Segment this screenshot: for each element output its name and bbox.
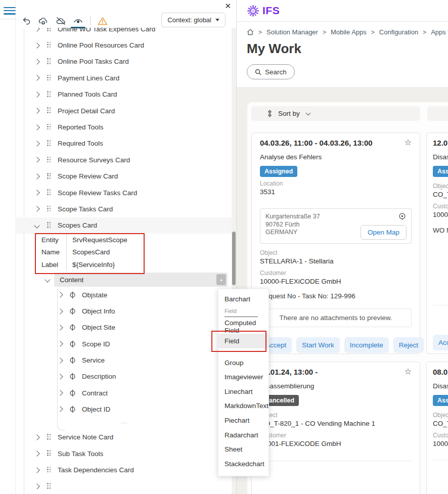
chevron-right-icon <box>34 451 39 457</box>
tree-item-label: Task Dependencies Card <box>58 466 134 474</box>
warning-icon[interactable] <box>98 17 108 25</box>
tree-item-label: Service Note Card <box>58 433 113 441</box>
menu-item-linechart[interactable]: Linechart <box>218 384 268 399</box>
object-value: CO_T- <box>433 191 448 198</box>
menu-item-imageviewer[interactable]: Imageviewer <box>218 370 268 384</box>
cloud-off-icon[interactable] <box>56 17 66 25</box>
tree-item-label: Online WO Task Expenses Card <box>58 28 155 33</box>
tree-item[interactable]: Reported Tools <box>15 119 233 135</box>
location-pin-icon[interactable] <box>398 212 407 221</box>
drag-handle-icon <box>47 140 52 147</box>
tree-item[interactable]: Scope Tasks Card <box>15 201 233 217</box>
content-child[interactable]: Object Info <box>15 303 233 320</box>
menu-item-markdowntext[interactable]: MarkdownText <box>218 399 268 414</box>
content-child[interactable]: Service <box>15 352 233 368</box>
content-overflow-ellipsis[interactable]: ··· <box>15 418 233 429</box>
tree-item-label: Scope Review Card <box>58 172 118 180</box>
customer-label: Customer <box>260 432 412 439</box>
field-icon <box>69 307 76 315</box>
chevron-right-icon <box>34 141 39 146</box>
scrollbar-thumb[interactable] <box>232 232 236 285</box>
tree-item[interactable]: Task Dependencies Card <box>15 462 233 478</box>
menu-item-computed-field[interactable]: Computed Field <box>218 320 268 334</box>
tree-item-label: Reported Tools <box>58 123 104 131</box>
chevron-right-icon <box>34 92 39 97</box>
tree-item[interactable]: Scope Review Tasks Card <box>15 185 233 201</box>
breadcrumb-item[interactable]: Configuration <box>379 28 418 36</box>
chevron-down-icon <box>34 222 39 228</box>
incomplete-button[interactable]: Incomplete <box>344 337 389 353</box>
search-button[interactable]: Search <box>247 64 295 79</box>
tree-item[interactable]: Payment Lines Card <box>15 70 233 86</box>
accept-button[interactable]: Accept <box>433 335 448 350</box>
tree-item[interactable]: Online Pool Tasks Card <box>15 54 233 70</box>
content-child-label: Object Site <box>82 324 115 331</box>
field-icon <box>69 291 76 299</box>
undo-icon[interactable] <box>22 17 31 25</box>
favorite-star-icon[interactable]: ☆ <box>405 368 412 376</box>
menu-item-sheet[interactable]: Sheet <box>218 442 268 457</box>
card-subtitle: Disassemblierung <box>433 153 448 161</box>
breadcrumb-item[interactable]: Solution Manager <box>266 28 318 36</box>
card-actions: Accept Start Work Incomplete Reject ··· <box>260 337 412 353</box>
property-value: ScopesCard <box>67 246 110 258</box>
chevron-right-icon <box>34 75 39 81</box>
property-row: EntitySrvRequestScope <box>35 234 144 246</box>
menu-item-field[interactable]: Field <box>218 334 268 348</box>
drag-handle-icon <box>47 173 52 180</box>
drag-handle-icon <box>47 189 52 196</box>
tree-item-clipped[interactable] <box>15 478 233 494</box>
favorite-star-icon[interactable]: ☆ <box>405 139 412 147</box>
tree-item[interactable]: Service Note Card <box>15 429 233 445</box>
tree-item-scopes-card[interactable]: Scopes Card <box>15 217 233 234</box>
preview-eye-icon[interactable] <box>73 17 83 24</box>
card-divider <box>433 460 448 460</box>
tree-item[interactable]: Online WO Task Expenses Card <box>15 28 233 37</box>
object-value: CO_T- <box>433 420 448 427</box>
menu-item-radarchart[interactable]: Radarchart <box>218 428 268 442</box>
card-divider <box>260 461 412 461</box>
content-child[interactable]: Description <box>15 369 233 385</box>
content-child[interactable]: Object Site <box>15 320 233 336</box>
sort-by-dropdown[interactable]: Sort by <box>251 106 420 121</box>
breadcrumb-item[interactable]: Mobile Apps <box>331 28 367 36</box>
tree-item[interactable]: Planned Tools Card <box>15 86 233 103</box>
content-child[interactable]: Object ID <box>15 401 233 417</box>
chevron-right-icon <box>34 467 39 473</box>
search-icon <box>255 69 261 75</box>
card-subtitle: Disassemblierung <box>433 382 448 390</box>
tree-item[interactable]: Required Tools <box>15 136 233 152</box>
breadcrumb-item[interactable]: Apps for Page <box>431 28 448 36</box>
menu-item-barchart[interactable]: Barchart <box>218 292 268 306</box>
tree-item[interactable]: Sub Task Tools <box>15 445 233 462</box>
hamburger-menu-icon[interactable] <box>4 5 16 16</box>
context-dropdown[interactable]: Context: global <box>161 13 226 27</box>
add-content-button[interactable]: ▲ <box>216 274 226 285</box>
reject-button[interactable]: Reject <box>393 337 424 353</box>
cloud-upload-icon[interactable] <box>38 17 49 25</box>
home-icon[interactable] <box>247 29 254 35</box>
content-child[interactable]: Contract <box>15 385 233 401</box>
field-icon <box>69 324 76 331</box>
close-icon[interactable]: ✕ <box>222 1 234 12</box>
status-badge: Assigned <box>433 166 448 177</box>
object-value: STELLARIA-1 - Stellaria <box>260 257 412 265</box>
open-map-button[interactable]: Open Map <box>361 225 407 240</box>
sort-bar-second-column[interactable] <box>427 106 448 121</box>
tree-item[interactable]: Resource Surveys Card <box>15 152 233 168</box>
field-icon <box>69 373 76 380</box>
content-node[interactable]: Content ▲ <box>15 273 233 287</box>
tree-item[interactable]: Project Detail Card <box>15 103 233 119</box>
menu-filter-input[interactable] <box>225 308 258 317</box>
menu-item-stackedchart[interactable]: Stackedchart <box>218 457 268 471</box>
component-tree: Online WO Task Expenses Card Online Pool… <box>15 28 233 494</box>
menu-item-piechart[interactable]: Piechart <box>218 413 268 428</box>
content-child[interactable]: Scope ID <box>15 336 233 352</box>
tree-item[interactable]: Online Pool Resources Card <box>15 37 233 53</box>
app-root: { "glyphs": { "close": "✕", "triangle_up… <box>0 0 448 494</box>
tree-item[interactable]: Scope Review Card <box>15 168 233 185</box>
breadcrumb: > Solution Manager > Mobile Apps > Confi… <box>237 22 448 36</box>
start-work-button[interactable]: Start Work <box>296 337 340 353</box>
content-child[interactable]: Objstate <box>15 287 233 303</box>
menu-item-group[interactable]: Group <box>218 355 268 370</box>
